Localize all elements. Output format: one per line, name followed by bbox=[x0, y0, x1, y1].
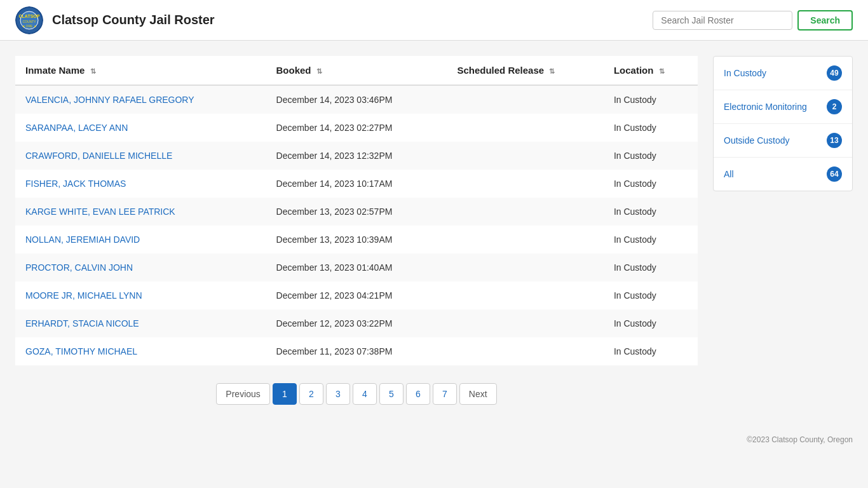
page-title: Clatsop County Jail Roster bbox=[52, 13, 653, 27]
footer: ©2023 Clatsop County, Oregon bbox=[0, 430, 868, 454]
release-cell bbox=[447, 226, 603, 254]
inmate-name-link[interactable]: CRAWFORD, DANIELLE MICHELLE bbox=[25, 151, 172, 161]
sort-icon-name: ⇅ bbox=[90, 67, 96, 76]
location-cell: In Custody bbox=[604, 309, 698, 337]
sidebar-item-all[interactable]: All 64 bbox=[714, 158, 852, 191]
pagination: Previous 1234567 Next bbox=[15, 383, 698, 415]
location-cell: In Custody bbox=[604, 170, 698, 198]
search-area: Search bbox=[653, 10, 853, 30]
location-cell: In Custody bbox=[604, 142, 698, 170]
next-button[interactable]: Next bbox=[459, 383, 497, 405]
sidebar-item-in-custody[interactable]: In Custody 49 bbox=[714, 57, 852, 90]
col-header-release[interactable]: Scheduled Release ⇅ bbox=[447, 56, 603, 85]
booked-cell: December 13, 2023 01:40AM bbox=[266, 254, 447, 281]
booked-cell: December 14, 2023 12:32PM bbox=[266, 142, 447, 170]
inmate-name-link[interactable]: MOORE JR, MICHAEL LYNN bbox=[25, 290, 142, 301]
sidebar-badge: 49 bbox=[827, 65, 842, 81]
table-row: FISHER, JACK THOMAS December 14, 2023 10… bbox=[15, 170, 698, 198]
table-row: MOORE JR, MICHAEL LYNN December 12, 2023… bbox=[15, 281, 698, 309]
page-button-5[interactable]: 5 bbox=[379, 383, 403, 405]
sidebar-item-label: Electronic Monitoring bbox=[724, 102, 807, 112]
page-button-4[interactable]: 4 bbox=[353, 383, 377, 405]
release-cell bbox=[447, 85, 603, 114]
main-content: Inmate Name ⇅ Booked ⇅ Scheduled Release… bbox=[0, 41, 868, 430]
sort-icon-location: ⇅ bbox=[659, 67, 665, 76]
svg-text:COUNTY: COUNTY bbox=[22, 20, 36, 24]
county-logo: CLATSOP COUNTY ★ ORE ★ bbox=[15, 6, 43, 34]
location-cell: In Custody bbox=[604, 226, 698, 254]
sidebar-card: In Custody 49 Electronic Monitoring 2 Ou… bbox=[713, 56, 853, 191]
table-row: PROCTOR, CALVIN JOHN December 13, 2023 0… bbox=[15, 254, 698, 281]
location-cell: In Custody bbox=[604, 337, 698, 365]
col-header-location[interactable]: Location ⇅ bbox=[604, 56, 698, 85]
header: CLATSOP COUNTY ★ ORE ★ Clatsop County Ja… bbox=[0, 0, 868, 41]
release-cell bbox=[447, 198, 603, 226]
release-cell bbox=[447, 170, 603, 198]
inmate-name-link[interactable]: PROCTOR, CALVIN JOHN bbox=[25, 262, 133, 273]
release-cell bbox=[447, 309, 603, 337]
svg-text:CLATSOP: CLATSOP bbox=[19, 14, 40, 18]
sidebar: In Custody 49 Electronic Monitoring 2 Ou… bbox=[713, 56, 853, 415]
booked-cell: December 14, 2023 03:46PM bbox=[266, 85, 447, 114]
sidebar-item-label: In Custody bbox=[724, 68, 766, 78]
sidebar-item-label: Outside Custody bbox=[724, 135, 790, 146]
release-cell bbox=[447, 142, 603, 170]
page-buttons: 1234567 bbox=[273, 383, 457, 405]
booked-cell: December 12, 2023 03:22PM bbox=[266, 309, 447, 337]
previous-button[interactable]: Previous bbox=[216, 383, 269, 405]
inmate-name-link[interactable]: SARANPAA, LACEY ANN bbox=[25, 123, 128, 133]
sort-icon-release: ⇅ bbox=[549, 67, 555, 76]
page-button-2[interactable]: 2 bbox=[299, 383, 323, 405]
booked-cell: December 13, 2023 02:57PM bbox=[266, 198, 447, 226]
page-button-1[interactable]: 1 bbox=[273, 383, 297, 405]
page-button-3[interactable]: 3 bbox=[326, 383, 350, 405]
sidebar-badge: 13 bbox=[827, 133, 842, 148]
sidebar-item-outside-custody[interactable]: Outside Custody 13 bbox=[714, 124, 852, 158]
booked-cell: December 11, 2023 07:38PM bbox=[266, 337, 447, 365]
table-row: VALENCIA, JOHNNY RAFAEL GREGORY December… bbox=[15, 85, 698, 114]
release-cell bbox=[447, 254, 603, 281]
booked-cell: December 12, 2023 04:21PM bbox=[266, 281, 447, 309]
booked-cell: December 14, 2023 10:17AM bbox=[266, 170, 447, 198]
table-row: NOLLAN, JEREMIAH DAVID December 13, 2023… bbox=[15, 226, 698, 254]
inmate-name-link[interactable]: FISHER, JACK THOMAS bbox=[25, 179, 126, 189]
booked-cell: December 13, 2023 10:39AM bbox=[266, 226, 447, 254]
search-button[interactable]: Search bbox=[797, 10, 853, 30]
sidebar-item-electronic-monitoring[interactable]: Electronic Monitoring 2 bbox=[714, 90, 852, 124]
inmate-name-link[interactable]: VALENCIA, JOHNNY RAFAEL GREGORY bbox=[25, 95, 194, 105]
footer-text: ©2023 Clatsop County, Oregon bbox=[747, 435, 853, 444]
location-cell: In Custody bbox=[604, 198, 698, 226]
table-row: ERHARDT, STACIA NICOLE December 12, 2023… bbox=[15, 309, 698, 337]
sidebar-badge: 64 bbox=[827, 166, 842, 182]
booked-cell: December 14, 2023 02:27PM bbox=[266, 114, 447, 142]
table-row: KARGE WHITE, EVAN LEE PATRICK December 1… bbox=[15, 198, 698, 226]
sort-icon-booked: ⇅ bbox=[316, 67, 322, 76]
inmate-name-link[interactable]: KARGE WHITE, EVAN LEE PATRICK bbox=[25, 207, 175, 217]
page-button-7[interactable]: 7 bbox=[433, 383, 457, 405]
location-cell: In Custody bbox=[604, 85, 698, 114]
location-cell: In Custody bbox=[604, 254, 698, 281]
inmate-name-link[interactable]: ERHARDT, STACIA NICOLE bbox=[25, 318, 139, 329]
location-cell: In Custody bbox=[604, 114, 698, 142]
table-area: Inmate Name ⇅ Booked ⇅ Scheduled Release… bbox=[15, 56, 698, 415]
release-cell bbox=[447, 281, 603, 309]
inmate-name-link[interactable]: GOZA, TIMOTHY MICHAEL bbox=[25, 346, 137, 356]
roster-table: Inmate Name ⇅ Booked ⇅ Scheduled Release… bbox=[15, 56, 698, 365]
col-header-name[interactable]: Inmate Name ⇅ bbox=[15, 56, 266, 85]
col-header-booked[interactable]: Booked ⇅ bbox=[266, 56, 447, 85]
table-row: SARANPAA, LACEY ANN December 14, 2023 02… bbox=[15, 114, 698, 142]
table-row: GOZA, TIMOTHY MICHAEL December 11, 2023 … bbox=[15, 337, 698, 365]
search-input[interactable] bbox=[653, 11, 792, 30]
sidebar-item-label: All bbox=[724, 169, 734, 179]
sidebar-badge: 2 bbox=[827, 99, 842, 114]
inmate-name-link[interactable]: NOLLAN, JEREMIAH DAVID bbox=[25, 234, 140, 245]
page-button-6[interactable]: 6 bbox=[406, 383, 430, 405]
location-cell: In Custody bbox=[604, 281, 698, 309]
release-cell bbox=[447, 337, 603, 365]
svg-text:★ ORE ★: ★ ORE ★ bbox=[22, 24, 37, 28]
table-row: CRAWFORD, DANIELLE MICHELLE December 14,… bbox=[15, 142, 698, 170]
release-cell bbox=[447, 114, 603, 142]
table-header-row: Inmate Name ⇅ Booked ⇅ Scheduled Release… bbox=[15, 56, 698, 85]
